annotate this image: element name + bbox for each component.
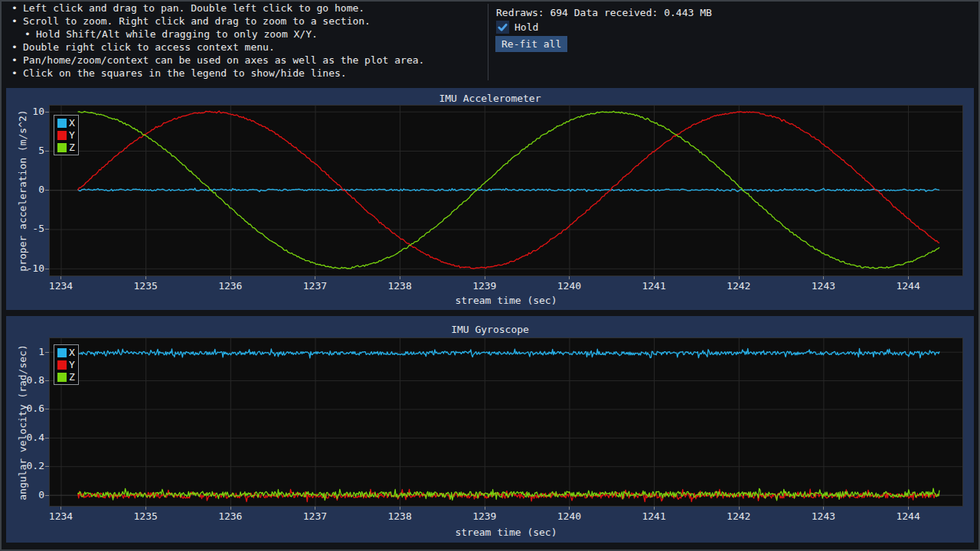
x-tick-label[interactable]: 1239 (472, 511, 496, 522)
help-item: Hold Shift/Alt while dragging to only zo… (8, 28, 424, 41)
hold-checkbox-box[interactable] (496, 21, 509, 34)
hold-checkbox-label: Hold (514, 21, 538, 33)
x-tick-label[interactable]: 1244 (896, 281, 920, 292)
series-line-x (78, 188, 939, 192)
x-tick-mark (400, 276, 400, 279)
legend-item-x[interactable]: X (57, 118, 75, 128)
x-tick-label[interactable]: 1242 (727, 281, 750, 292)
x-tick-mark (654, 507, 655, 510)
hold-checkbox[interactable]: Hold (496, 20, 538, 34)
x-tick-mark (823, 276, 824, 279)
y-tick-mark (45, 190, 49, 191)
help-item: Pan/home/zoom/context can be used on axe… (8, 54, 424, 67)
help-list: Left click and drag to pan. Double left … (8, 2, 424, 80)
x-tick-label[interactable]: 1236 (218, 281, 242, 292)
y-tick-label[interactable]: 0.2 (9, 461, 44, 471)
legend-swatch-z[interactable] (57, 373, 67, 382)
x-tick-label[interactable]: 1244 (896, 511, 920, 522)
x-tick-label[interactable]: 1243 (812, 281, 835, 292)
accelerometer-plot-title: IMU Accelerometer (6, 93, 974, 104)
x-tick-mark (315, 276, 315, 279)
x-tick-label[interactable]: 1237 (303, 281, 327, 292)
topbar-divider (488, 4, 488, 80)
x-tick-label[interactable]: 1240 (557, 511, 581, 522)
x-tick-label[interactable]: 1235 (133, 511, 157, 522)
x-tick-mark (145, 507, 146, 510)
x-tick-label[interactable]: 1243 (812, 511, 835, 522)
x-tick-mark (485, 507, 485, 510)
x-tick-label[interactable]: 1239 (472, 281, 496, 292)
y-tick-label[interactable]: 0.6 (9, 403, 44, 414)
check-icon (497, 21, 508, 33)
y-tick-mark (45, 380, 49, 381)
legend-swatch-y[interactable] (57, 131, 67, 140)
accelerometer-legend[interactable]: XYZ (54, 115, 79, 155)
x-tick-label[interactable]: 1238 (387, 511, 411, 522)
x-tick-mark (739, 507, 740, 510)
x-tick-mark (569, 276, 570, 279)
x-tick-mark (400, 507, 400, 510)
accelerometer-plot-area[interactable] (49, 105, 963, 276)
x-tick-label[interactable]: 1234 (49, 511, 73, 522)
legend-item-y[interactable]: Y (57, 360, 75, 370)
y-tick-mark (45, 151, 49, 152)
legend-swatch-x[interactable] (57, 348, 67, 357)
legend-item-x[interactable]: X (57, 347, 75, 357)
legend-item-z[interactable]: Z (57, 142, 75, 152)
topbar: Left click and drag to pan. Double left … (0, 0, 980, 86)
gyroscope-y-axis-label: angular velocity (rad/sec) (17, 344, 28, 500)
x-tick-label[interactable]: 1234 (49, 281, 73, 292)
help-item: Left click and drag to pan. Double left … (8, 2, 424, 15)
legend-label-x: X (69, 118, 75, 128)
x-tick-mark (823, 507, 824, 510)
redraws-label: Redraws: (496, 7, 544, 18)
y-tick-label[interactable]: -5 (9, 223, 44, 234)
x-tick-mark (60, 276, 61, 279)
y-tick-label[interactable]: -10 (9, 263, 44, 274)
legend-item-y[interactable]: Y (57, 130, 75, 140)
y-tick-mark (45, 229, 49, 230)
x-tick-mark (908, 276, 909, 279)
accelerometer-x-axis-label: stream time (sec) (49, 295, 963, 306)
x-tick-mark (908, 507, 909, 510)
x-tick-label[interactable]: 1237 (303, 511, 327, 522)
legend-label-z: Z (69, 372, 75, 382)
y-tick-label[interactable]: 0.4 (9, 432, 44, 443)
help-item: Double right click to access context men… (8, 41, 424, 54)
legend-swatch-z[interactable] (57, 143, 67, 152)
data-received-value: 0.443 MB (664, 7, 712, 18)
legend-swatch-x[interactable] (57, 119, 67, 128)
refit-all-button[interactable]: Re-fit all (495, 36, 567, 52)
y-tick-mark (45, 438, 49, 439)
series-line-x (78, 348, 939, 358)
x-tick-label[interactable]: 1236 (218, 511, 242, 522)
x-tick-label[interactable]: 1235 (133, 281, 157, 292)
y-tick-mark (45, 112, 49, 112)
y-tick-label[interactable]: 0.8 (9, 375, 44, 386)
help-item: Scroll to zoom. Right click and drag to … (8, 15, 424, 28)
x-tick-label[interactable]: 1241 (642, 281, 665, 292)
x-tick-mark (485, 276, 485, 279)
y-tick-label[interactable]: 0 (9, 184, 44, 195)
y-tick-label[interactable]: 1 (9, 347, 44, 357)
y-tick-label[interactable]: 5 (9, 145, 44, 156)
help-item: Click on the squares in the legend to sh… (8, 67, 424, 80)
gyroscope-plot-panel: IMU Gyroscope angular velocity (rad/sec)… (6, 316, 974, 543)
y-tick-label[interactable]: 10 (9, 106, 44, 117)
gyroscope-plot-area[interactable] (49, 337, 963, 507)
x-tick-mark (230, 507, 231, 510)
x-tick-mark (315, 507, 315, 510)
x-tick-label[interactable]: 1241 (642, 511, 665, 522)
x-tick-mark (230, 276, 231, 279)
x-tick-label[interactable]: 1242 (727, 511, 750, 522)
x-tick-label[interactable]: 1238 (387, 281, 411, 292)
legend-label-y: Y (69, 360, 75, 370)
y-tick-mark (45, 352, 49, 353)
legend-item-z[interactable]: Z (57, 372, 75, 382)
legend-swatch-y[interactable] (57, 360, 67, 370)
x-tick-mark (569, 507, 570, 510)
x-tick-label[interactable]: 1240 (557, 281, 581, 292)
x-tick-mark (145, 276, 146, 279)
gyroscope-legend[interactable]: XYZ (54, 344, 79, 385)
y-tick-label[interactable]: 0 (9, 490, 44, 500)
